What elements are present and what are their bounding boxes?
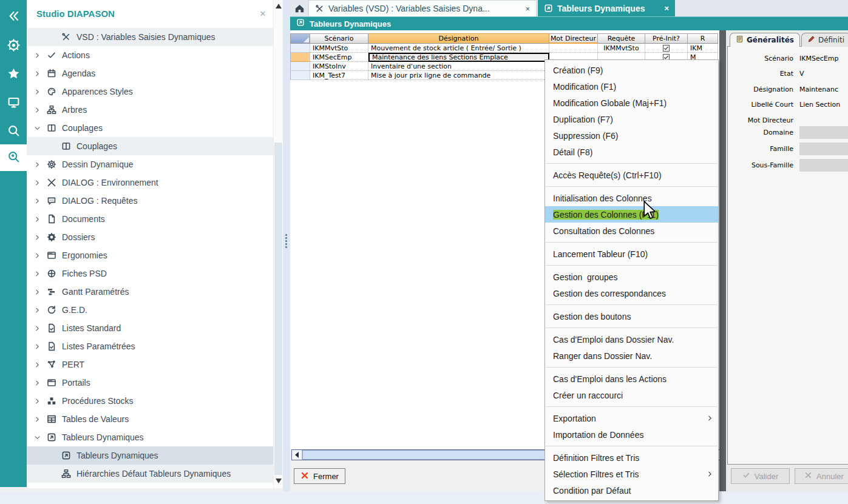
chevron-right-icon[interactable] <box>33 161 41 168</box>
cell-mot-directeur[interactable] <box>549 44 598 53</box>
menu-item-s-lection-filtres-et-tris[interactable]: Sélection Filtres et Tris <box>545 466 718 482</box>
cell-designation[interactable]: Maintenance des liens Sections Emplace <box>368 53 549 62</box>
row-selector[interactable] <box>290 53 310 62</box>
menu-item-modification-globale-maj-f1[interactable]: Modification Globale (Maj+F1) <box>545 95 718 111</box>
valider-button[interactable]: Valider <box>731 468 790 484</box>
grid-column-header-sc-nario[interactable]: Scénario <box>310 33 368 44</box>
menu-item-cas-d-emploi-dans-dossier-nav[interactable]: Cas d'Emploi dans Dossier Nav. <box>545 331 718 348</box>
fermer-button[interactable]: Fermer <box>294 468 345 484</box>
chevron-down-icon[interactable] <box>33 125 41 132</box>
row-selector[interactable] <box>290 71 310 80</box>
field-input-domaine[interactable] <box>799 126 848 139</box>
tree-item-gantt-param-tr-s[interactable]: Gantt Paramétrés <box>27 283 273 301</box>
rail-item-modules-wheel[interactable] <box>0 33 27 59</box>
cell-pre-init[interactable] <box>645 44 688 53</box>
grid-select-all-header[interactable] <box>290 33 310 44</box>
scroll-up-icon[interactable] <box>276 4 282 8</box>
menu-item-importation-de-donn-es[interactable]: Importation de Données <box>545 426 718 443</box>
detail-tab-d-finiti[interactable]: Définiti <box>801 33 848 47</box>
menu-item-acc-s-requ-te-s-ctrl-f10[interactable]: Accès Requête(s) (Ctrl+F10) <box>545 167 718 183</box>
tree-item-couplages[interactable]: Couplages <box>27 137 273 155</box>
menu-item-cas-d-emploi-dans-les-actions[interactable]: Cas d'Emploi dans les Actions <box>545 371 718 387</box>
tree-item-pert[interactable]: PERT <box>27 355 273 374</box>
menu-item-duplication-f7[interactable]: Duplication (F7) <box>545 111 718 127</box>
cell-scenario[interactable]: IKMMvtSto <box>310 44 368 53</box>
menu-item-suppression-f6[interactable]: Suppression (F6) <box>545 127 718 144</box>
tree-item-tables-de-valeurs[interactable]: Tables de Valeurs <box>27 410 273 428</box>
grid-column-header-requ-te[interactable]: Requête <box>598 33 645 44</box>
tree-item-dessin-dynamique[interactable]: Dessin Dynamique <box>27 155 273 173</box>
tree-item-dossiers[interactable]: Dossiers <box>27 228 273 246</box>
row-selector[interactable] <box>290 62 310 71</box>
tree-item-actions[interactable]: Actions <box>27 46 273 64</box>
tree-item-arbres[interactable]: Arbres <box>27 101 273 119</box>
menu-item-gestion-des-colonnes-f11[interactable]: Gestion des Colonnes (F11) <box>545 206 718 223</box>
tree-item-tableurs-dynamiques[interactable]: Tableurs Dynamiques <box>27 428 273 446</box>
cell-designation[interactable]: Inventaire d'une section <box>368 62 549 71</box>
cell-r[interactable]: IKM <box>688 44 718 53</box>
menu-item-lancement-tableur-f10[interactable]: Lancement Tableur (F10) <box>545 246 718 262</box>
cell-designation[interactable]: Mouvement de stock article ( Entrée/ Sor… <box>368 44 549 53</box>
cell-scenario[interactable]: IKMSecEmp <box>310 53 368 62</box>
tree-item-documents[interactable]: Documents <box>27 210 273 228</box>
tree-item-listes-standard[interactable]: Listes Standard <box>27 319 273 337</box>
menu-item-ranger-dans-dossier-nav[interactable]: Ranger dans Dossier Nav. <box>545 348 718 364</box>
chevron-right-icon[interactable] <box>33 180 41 186</box>
chevron-right-icon[interactable] <box>33 70 41 77</box>
chevron-right-icon[interactable] <box>33 216 41 223</box>
menu-item-d-tail-f8[interactable]: Détail (F8) <box>545 144 718 160</box>
chevron-right-icon[interactable] <box>33 380 41 386</box>
cell-scenario[interactable]: IKM_Test7 <box>310 71 368 80</box>
scroll-left-icon[interactable] <box>292 450 302 460</box>
tree-item-hi-rarchies-d-faut-tableurs-dynamiques[interactable]: Hiérarchies Défaut Tableurs Dynamiques <box>27 465 273 483</box>
close-icon[interactable]: × <box>260 8 266 19</box>
annuler-button[interactable]: Annuler <box>795 468 848 484</box>
pane-divider[interactable] <box>719 30 726 491</box>
menu-item-gestion-groupes[interactable]: Gestion groupes <box>545 269 718 285</box>
field-input-famille[interactable] <box>799 143 848 155</box>
tree-item-apparences-styles[interactable]: Apparences Styles <box>27 82 273 101</box>
chevron-right-icon[interactable] <box>33 307 41 314</box>
menu-item-gestion-des-boutons[interactable]: Gestion des boutons <box>545 308 718 324</box>
tree-scrollbar-thumb[interactable] <box>274 143 282 475</box>
menu-item-condition-par-d-faut[interactable]: Condition par Défaut <box>545 482 718 499</box>
tab-tableurs-dynamiques[interactable]: Tableurs Dynamiques× <box>538 0 675 16</box>
home-icon[interactable] <box>294 2 305 16</box>
tree-item-dialog-requ-tes[interactable]: DIALOG : Requêtes <box>27 192 273 210</box>
chevron-right-icon[interactable] <box>33 198 41 204</box>
checkbox-checked-icon[interactable] <box>663 45 670 52</box>
tree-item-dialog-environnement[interactable]: DIALOG : Environnement <box>27 173 273 192</box>
chevron-right-icon[interactable] <box>33 343 41 350</box>
chevron-right-icon[interactable] <box>33 89 41 95</box>
grid-column-header-d-signation[interactable]: Désignation <box>368 33 549 44</box>
table-row[interactable]: IKMMvtStoMouvement de stock article ( En… <box>290 44 718 53</box>
chevron-right-icon[interactable] <box>33 270 41 277</box>
tree-item-tableurs-dynamiques[interactable]: Tableurs Dynamiques <box>27 446 273 465</box>
chevron-right-icon[interactable] <box>33 52 41 59</box>
menu-item-consultation-des-colonnes[interactable]: Consultation des Colonnes <box>545 223 718 239</box>
grid-column-header-r[interactable]: R <box>688 33 718 44</box>
chevron-right-icon[interactable] <box>33 107 41 113</box>
cell-designation[interactable]: Mise à jour prix ligne de commande <box>368 71 549 80</box>
detail-tab-g-n-ralit-s[interactable]: Généralités <box>730 33 800 47</box>
chevron-right-icon[interactable] <box>33 416 41 423</box>
menu-item-gestion-des-correspondances[interactable]: Gestion des correspondances <box>545 285 718 301</box>
grid-column-header-pr-init-[interactable]: Pré-Init? <box>645 33 688 44</box>
menu-item-exportation[interactable]: Exportation <box>545 410 718 426</box>
tree-item-agendas[interactable]: Agendas <box>27 64 273 82</box>
panel-splitter[interactable] <box>283 0 290 491</box>
chevron-right-icon[interactable] <box>33 234 41 241</box>
cell-requete[interactable]: IKMMvtSto <box>598 44 645 53</box>
tab-close-icon[interactable]: × <box>519 4 530 13</box>
tree-item-listes-param-tr-es[interactable]: Listes Paramétrées <box>27 337 273 355</box>
rail-item-collapse-chevrons[interactable] <box>0 4 27 30</box>
tree-item-couplages[interactable]: Couplages <box>27 119 273 137</box>
chevron-right-icon[interactable] <box>33 361 41 368</box>
tree-item-g-e-d[interactable]: G.E.D. <box>27 301 273 319</box>
chevron-right-icon[interactable] <box>33 252 41 259</box>
rail-item-search[interactable] <box>0 118 27 145</box>
rail-item-favorites-star[interactable] <box>0 61 27 88</box>
rail-item-screens-monitor[interactable] <box>0 90 27 116</box>
tree-item-portails[interactable]: Portails <box>27 374 273 392</box>
menu-item-d-finition-filtres-et-tris[interactable]: Définition Filtres et Tris <box>545 449 718 466</box>
